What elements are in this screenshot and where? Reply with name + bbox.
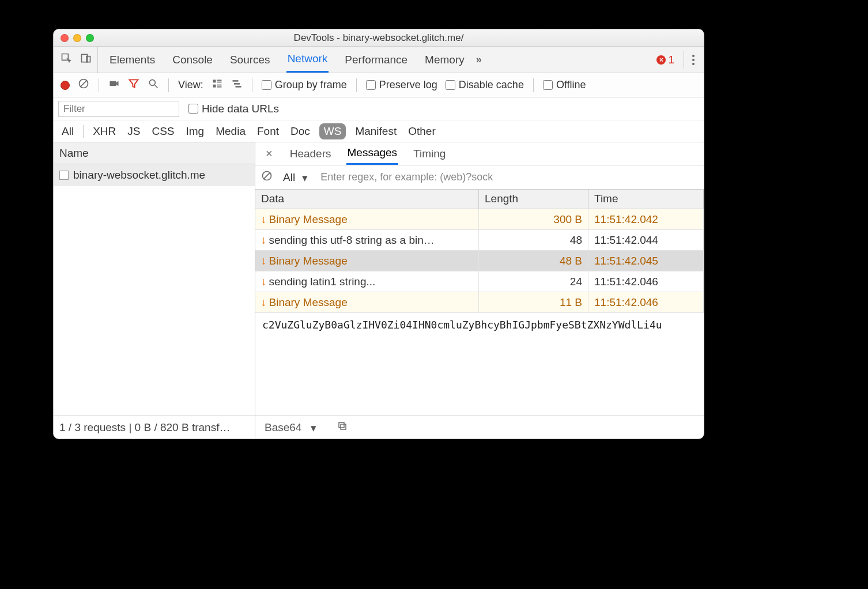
message-time: 11:51:42.046 xyxy=(588,292,704,312)
tab-sources[interactable]: Sources xyxy=(229,47,271,73)
filter-funnel-icon[interactable] xyxy=(128,78,139,92)
preserve-log-checkbox[interactable]: Preserve log xyxy=(366,79,437,91)
type-filter-other[interactable]: Other xyxy=(406,123,438,139)
svg-rect-7 xyxy=(213,80,216,82)
type-filter-img[interactable]: Img xyxy=(184,123,207,139)
message-content[interactable]: c2VuZGluZyB0aGlzIHV0Zi04IHN0cmluZyBhcyBh… xyxy=(255,313,704,371)
name-column-header[interactable]: Name xyxy=(54,142,255,164)
minimize-window-button[interactable] xyxy=(73,34,81,42)
frame-icon xyxy=(59,171,69,180)
request-row[interactable]: binary-websocket.glitch.me xyxy=(54,164,255,186)
message-row[interactable]: ↓sending this utf-8 string as a bin…4811… xyxy=(255,230,704,251)
tab-elements[interactable]: Elements xyxy=(108,47,156,73)
svg-rect-19 xyxy=(339,422,344,428)
inspect-tools xyxy=(59,47,98,73)
svg-line-17 xyxy=(263,172,270,179)
message-data: sending this utf-8 string as a bin… xyxy=(269,234,435,247)
close-icon[interactable]: × xyxy=(263,147,275,160)
type-filter-js[interactable]: JS xyxy=(125,123,142,139)
subtab-messages[interactable]: Messages xyxy=(346,142,399,165)
type-filter-ws[interactable]: WS xyxy=(319,123,346,139)
record-button[interactable] xyxy=(61,81,70,90)
close-window-button[interactable] xyxy=(61,34,69,42)
waterfall-icon[interactable] xyxy=(231,78,243,92)
message-type-select[interactable]: All xyxy=(280,169,311,186)
message-row[interactable]: ↓Binary Message300 B11:51:42.042 xyxy=(255,209,704,230)
svg-rect-12 xyxy=(217,86,221,88)
message-regex-input[interactable] xyxy=(318,169,698,186)
large-rows-icon[interactable] xyxy=(212,78,223,92)
message-row[interactable]: ↓Binary Message11 B11:51:42.046 xyxy=(255,292,704,313)
clear-icon[interactable] xyxy=(78,78,89,92)
col-length-header[interactable]: Length xyxy=(479,190,588,209)
type-filter-media[interactable]: Media xyxy=(213,123,248,139)
svg-rect-18 xyxy=(341,424,346,429)
svg-point-5 xyxy=(149,80,155,85)
group-by-frame-checkbox[interactable]: Group by frame xyxy=(262,79,347,91)
arrow-down-icon: ↓ xyxy=(261,255,267,267)
kebab-menu-icon[interactable] xyxy=(684,51,698,69)
device-toggle-icon[interactable] xyxy=(80,52,92,67)
message-length: 11 B xyxy=(479,292,588,312)
clear-messages-icon[interactable] xyxy=(261,170,273,184)
tab-network[interactable]: Network xyxy=(286,47,329,73)
svg-rect-15 xyxy=(235,86,241,88)
arrow-down-icon: ↓ xyxy=(261,213,267,226)
type-filter-css[interactable]: CSS xyxy=(149,123,176,139)
message-length: 24 xyxy=(479,271,588,292)
offline-checkbox[interactable]: Offline xyxy=(543,79,586,91)
resource-type-filter: AllXHRJSCSSImgMediaFontDocWSManifestOthe… xyxy=(54,120,704,142)
message-row[interactable]: ↓Binary Message48 B11:51:42.045 xyxy=(255,251,704,271)
message-data: Binary Message xyxy=(269,296,348,309)
type-filter-xhr[interactable]: XHR xyxy=(90,123,118,139)
network-toolbar: View: Group by frame Preserve log Disabl… xyxy=(54,73,704,97)
main-tabs: ElementsConsoleSourcesNetworkPerformance… xyxy=(108,47,466,73)
message-data: Binary Message xyxy=(269,213,348,226)
message-time: 11:51:42.042 xyxy=(588,209,704,229)
inspect-element-icon[interactable] xyxy=(61,52,72,67)
message-row[interactable]: ↓sending latin1 string...2411:51:42.046 xyxy=(255,271,704,292)
main-tabs-bar: ElementsConsoleSourcesNetworkPerformance… xyxy=(54,47,704,73)
type-filter-font[interactable]: Font xyxy=(255,123,281,139)
hide-data-urls-checkbox[interactable]: Hide data URLs xyxy=(188,103,279,115)
message-length: 48 xyxy=(479,230,588,250)
svg-rect-13 xyxy=(232,80,238,82)
more-tabs-icon[interactable]: » xyxy=(476,54,482,66)
detail-panel: × HeadersMessagesTiming All Data Length … xyxy=(255,142,704,416)
zoom-window-button[interactable] xyxy=(86,34,94,42)
requests-summary: 1 / 3 requests | 0 B / 820 B transf… xyxy=(54,416,255,439)
col-time-header[interactable]: Time xyxy=(588,190,704,209)
messages-filter-bar: All xyxy=(255,165,704,190)
camera-icon[interactable] xyxy=(108,78,120,92)
message-time: 11:51:42.046 xyxy=(588,271,704,292)
svg-rect-14 xyxy=(234,83,240,85)
type-filter-doc[interactable]: Doc xyxy=(288,123,312,139)
message-data: Binary Message xyxy=(269,255,348,267)
titlebar: DevTools - binary-websocket.glitch.me/ xyxy=(54,29,704,47)
message-time: 11:51:42.045 xyxy=(588,251,704,271)
subtab-timing[interactable]: Timing xyxy=(412,142,447,165)
tab-console[interactable]: Console xyxy=(171,47,214,73)
search-icon[interactable] xyxy=(148,78,159,92)
svg-rect-4 xyxy=(110,81,116,86)
detail-subtabs: × HeadersMessagesTiming xyxy=(255,142,704,165)
status-bar: 1 / 3 requests | 0 B / 820 B transf… Bas… xyxy=(54,416,704,439)
type-filter-manifest[interactable]: Manifest xyxy=(353,123,399,139)
svg-line-6 xyxy=(155,85,158,88)
encoding-select[interactable]: Base64 xyxy=(262,420,329,436)
arrow-down-icon: ↓ xyxy=(261,275,267,288)
col-data-header[interactable]: Data xyxy=(255,190,479,209)
tab-memory[interactable]: Memory xyxy=(424,47,466,73)
subtab-headers[interactable]: Headers xyxy=(289,142,333,165)
svg-rect-8 xyxy=(217,80,221,81)
message-time: 11:51:42.044 xyxy=(588,230,704,250)
type-filter-all[interactable]: All xyxy=(59,123,76,139)
messages-table: Data Length Time ↓Binary Message300 B11:… xyxy=(255,190,704,416)
error-badge[interactable]: × 1 xyxy=(656,54,674,66)
svg-line-3 xyxy=(80,80,87,87)
arrow-down-icon: ↓ xyxy=(261,296,267,309)
disable-cache-checkbox[interactable]: Disable cache xyxy=(446,79,524,91)
tab-performance[interactable]: Performance xyxy=(344,47,409,73)
copy-icon[interactable] xyxy=(337,421,348,434)
filter-input[interactable] xyxy=(58,101,179,117)
